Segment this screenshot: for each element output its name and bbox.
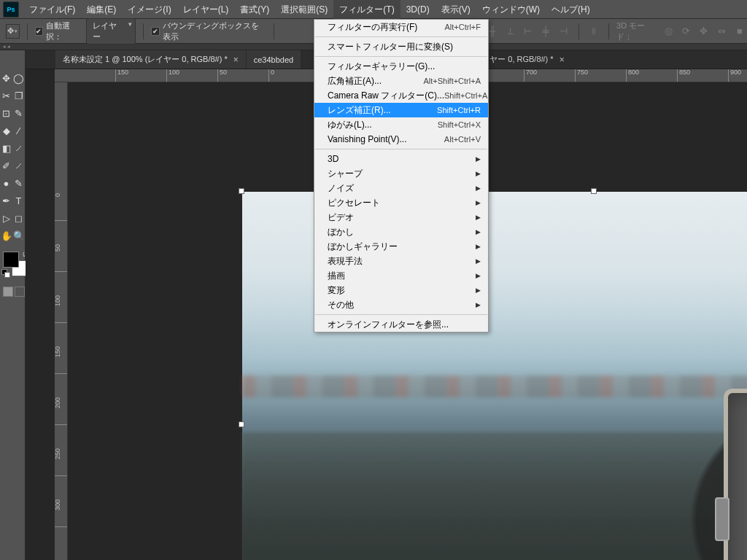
align-right-icon[interactable]: ⊣ [556, 23, 570, 39]
menu-item-label: ビデオ [328, 211, 354, 224]
move-tool[interactable]: ✥ [0, 69, 12, 87]
default-colors-icon[interactable] [1, 269, 9, 276]
menu-item[interactable]: ビデオ▶ [314, 210, 488, 225]
transform-handle[interactable] [239, 421, 244, 427]
menu-item-label: ゆがみ(L)... [328, 119, 372, 131]
blur-tool[interactable]: ● [0, 174, 12, 192]
menu-image[interactable]: イメージ(I) [122, 0, 177, 19]
menu-item[interactable]: 描画▶ [314, 268, 488, 283]
eyedropper-tool[interactable]: ✎ [12, 104, 25, 122]
menu-item[interactable]: ぼかし▶ [314, 225, 488, 239]
vertical-ruler[interactable]: 050100150200250300 [55, 82, 68, 560]
document-tab[interactable]: ヤー 0, RGB/8#) *× [482, 50, 572, 69]
menu-item[interactable]: 変形▶ [314, 283, 488, 298]
document-tab[interactable]: 名称未設定 1 @ 100% (レイヤー 0, RGB/8#) *× [55, 50, 247, 69]
pen-tool[interactable]: ✒ [0, 192, 12, 209]
pan-icon[interactable]: ✥ [697, 23, 711, 39]
brush-tool[interactable]: ⁄ [12, 122, 25, 139]
eraser-tool[interactable]: ✐ [0, 157, 12, 174]
menu-item[interactable]: Vanishing Point(V)...Alt+Ctrl+V [314, 132, 488, 147]
document-tab[interactable]: ce34bbded [247, 50, 301, 69]
orbit-icon[interactable]: ◎ [661, 23, 676, 39]
menu-item-label: スマートフィルター用に変換(S) [328, 41, 453, 53]
menu-item[interactable]: 広角補正(A)...Alt+Shift+Ctrl+A [314, 74, 488, 88]
menu-item[interactable]: その他▶ [314, 298, 488, 312]
ruler-tick: 900 [728, 69, 730, 82]
menu-item[interactable]: ピクセレート▶ [314, 195, 488, 210]
menu-item[interactable]: 表現手法▶ [314, 254, 488, 268]
menu-filter[interactable]: フィルター(T) [333, 0, 400, 19]
tool-preset-dropdown[interactable]: ✥▾ [6, 24, 20, 39]
menu-item-label: ノイズ [328, 182, 354, 195]
target-select[interactable]: レイヤー [86, 18, 136, 44]
shape-tool[interactable]: ◻ [12, 209, 25, 227]
transform-handle[interactable] [239, 188, 244, 194]
menu-shortcut: Alt+Ctrl+F [444, 23, 481, 31]
submenu-arrow-icon: ▶ [476, 301, 481, 308]
submenu-arrow-icon: ▶ [476, 228, 481, 236]
menu-file[interactable]: ファイル(F) [23, 0, 81, 19]
ruler-tick: 100 [166, 69, 169, 82]
menu-edit[interactable]: 編集(E) [81, 0, 122, 19]
menu-divider [315, 314, 487, 315]
align-bottom-icon[interactable]: ⊥ [503, 23, 517, 39]
stamp-tool[interactable]: ◧ [0, 139, 12, 157]
mode-3d-label: 3D モード： [616, 20, 658, 42]
bounding-box-checkbox[interactable]: ✔バウンディングボックスを表示 [151, 20, 266, 42]
auto-select-checkbox[interactable]: ✔自動選択： [35, 20, 83, 42]
crop-tool[interactable]: ⊡ [0, 104, 12, 122]
menu-item-label: レンズ補正(R)... [328, 104, 391, 117]
menu-item[interactable]: Camera Raw フィルター(C)...Shift+Ctrl+A [314, 88, 488, 103]
filter-menu: フィルターの再実行(F)Alt+Ctrl+Fスマートフィルター用に変換(S)フィ… [314, 19, 489, 332]
type-tool[interactable]: T [12, 192, 25, 209]
menu-3d[interactable]: 3D(D) [400, 0, 436, 19]
quick-select-tool[interactable]: ❐ [12, 87, 25, 104]
menu-item[interactable]: スマートフィルター用に変換(S) [314, 39, 488, 54]
marquee-tool[interactable]: ◯ [12, 69, 25, 87]
distribute-icon[interactable]: ⫴ [587, 23, 601, 39]
hand-tool[interactable]: ✋ [0, 227, 12, 244]
align-hcenter-icon[interactable]: ╪ [538, 23, 553, 39]
menu-item[interactable]: ゆがみ(L)...Shift+Ctrl+X [314, 117, 488, 132]
menu-item[interactable]: ノイズ▶ [314, 181, 488, 195]
menu-item-label: その他 [328, 299, 354, 311]
menu-select[interactable]: 選択範囲(S) [275, 0, 333, 19]
menu-item-label: シャープ [328, 168, 363, 180]
menu-shortcut: Shift+Ctrl+X [438, 120, 481, 129]
menu-type[interactable]: 書式(Y) [234, 0, 275, 19]
heal-tool[interactable]: ◆ [0, 122, 12, 139]
menu-item[interactable]: シャープ▶ [314, 166, 488, 181]
menu-item[interactable]: フィルターの再実行(F)Alt+Ctrl+F [314, 20, 488, 34]
transform-handle[interactable] [591, 188, 597, 194]
menu-layer[interactable]: レイヤー(L) [177, 0, 235, 19]
slide-icon[interactable]: ⇔ [714, 23, 729, 39]
ruler-tick: 800 [626, 69, 628, 82]
history-brush-tool[interactable]: ⟋ [12, 139, 25, 157]
menu-item[interactable]: オンラインフィルターを参照... [314, 317, 488, 332]
menu-item[interactable]: ぼかしギャラリー▶ [314, 239, 488, 254]
quick-mask-toggle[interactable] [0, 287, 25, 297]
menu-item-label: ピクセレート [328, 197, 380, 209]
zoom-icon[interactable]: ■ [732, 23, 747, 39]
align-left-icon[interactable]: ⊢ [520, 23, 535, 39]
menu-window[interactable]: ウィンドウ(W) [476, 0, 546, 19]
menu-item-label: Vanishing Point(V)... [328, 134, 407, 144]
lasso-tool[interactable]: ✂ [0, 87, 12, 104]
menu-help[interactable]: ヘルプ(H) [546, 0, 596, 19]
camera-object [724, 389, 747, 560]
roll-icon[interactable]: ⟳ [678, 23, 693, 39]
menu-item[interactable]: 3D▶ [314, 152, 488, 166]
menu-view[interactable]: 表示(V) [436, 0, 476, 19]
path-select-tool[interactable]: ▷ [0, 209, 12, 227]
menu-item[interactable]: レンズ補正(R)...Shift+Ctrl+R [314, 103, 488, 117]
checkmark-icon: ✔ [151, 27, 159, 36]
zoom-tool[interactable]: 🔍 [12, 227, 25, 244]
menu-item-label: フィルターギャラリー(G)... [328, 61, 435, 73]
submenu-arrow-icon: ▶ [476, 287, 481, 294]
close-icon[interactable]: × [233, 55, 239, 65]
foreground-color[interactable] [3, 252, 19, 268]
dodge-tool[interactable]: ✎ [12, 174, 25, 192]
menu-item[interactable]: フィルターギャラリー(G)... [314, 59, 488, 74]
gradient-tool[interactable]: ⟋ [12, 157, 25, 174]
close-icon[interactable]: × [560, 55, 565, 65]
